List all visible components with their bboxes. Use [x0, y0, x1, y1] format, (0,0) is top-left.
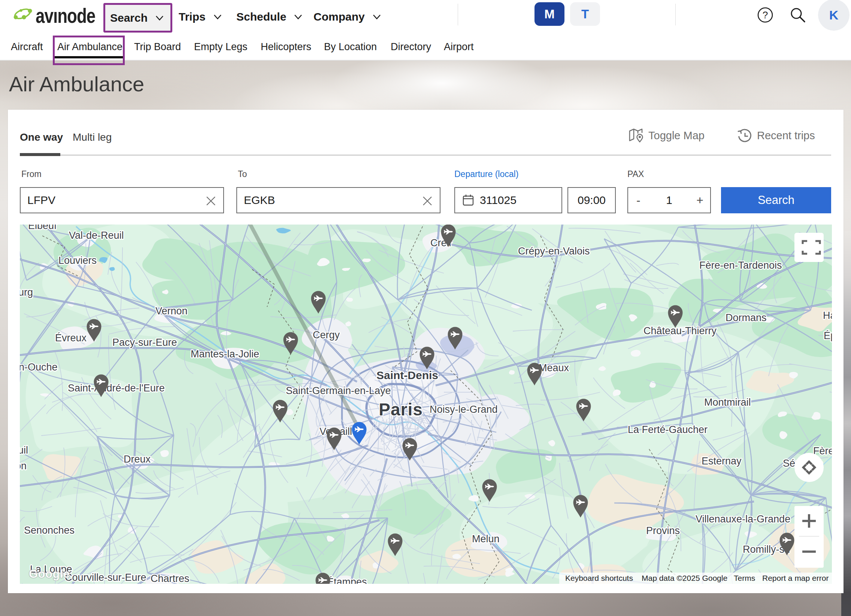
svg-text:?: ? — [762, 9, 768, 21]
svg-text:Étampes: Étampes — [327, 576, 367, 584]
svg-text:Saint-André-de-l'Eure: Saint-André-de-l'Eure — [68, 382, 165, 394]
svg-text:Melun: Melun — [472, 533, 500, 544]
svg-text:Report a map error: Report a map error — [762, 574, 828, 582]
svg-text:Évreux: Évreux — [55, 332, 87, 343]
svg-text:Terms: Terms — [734, 574, 755, 582]
svg-text:Hau: Hau — [823, 310, 832, 321]
svg-text:Pacy-sur-Eure: Pacy-sur-Eure — [112, 337, 177, 348]
svg-text:Chartres: Chartres — [150, 573, 189, 584]
svg-text:Senonches: Senonches — [24, 525, 75, 536]
svg-text:Provins: Provins — [646, 525, 680, 536]
svg-text:Esternay: Esternay — [702, 456, 742, 467]
svg-text:Dormans: Dormans — [726, 312, 767, 323]
svg-text:Louviers: Louviers — [59, 255, 97, 266]
svg-text:Montmirail: Montmirail — [704, 397, 751, 408]
svg-text:en-Ouche: en-Ouche — [20, 361, 58, 373]
svg-text:Meaux: Meaux — [538, 362, 569, 373]
svg-text:Ép: Ép — [824, 330, 832, 341]
svg-text:Mantes-la-Jolie: Mantes-la-Jolie — [191, 348, 259, 360]
svg-text:urg: urg — [20, 287, 33, 298]
svg-text:Dreux: Dreux — [123, 454, 151, 465]
svg-text:Noisy-le-Grand: Noisy-le-Grand — [430, 404, 498, 415]
svg-text:Courville-sur-Eure: Courville-sur-Eure — [65, 572, 146, 583]
svg-text:La Ferté-Gaucher: La Ferté-Gaucher — [628, 424, 708, 435]
svg-text:Vernon: Vernon — [155, 306, 188, 316]
svg-text:Elbeuf: Elbeuf — [28, 225, 57, 231]
svg-text:Paris: Paris — [379, 400, 423, 419]
svg-text:Map data ©2025 Google: Map data ©2025 Google — [642, 574, 728, 582]
svg-text:Crépy-en-Valois: Crépy-en-Valois — [518, 246, 590, 257]
svg-text:on: on — [20, 460, 27, 472]
svg-text:Keyboard shortcuts: Keyboard shortcuts — [565, 574, 633, 582]
svg-text:Saint-Denis: Saint-Denis — [376, 369, 438, 381]
svg-text:Château-Thierry: Château-Thierry — [644, 325, 717, 336]
svg-text:Google: Google — [29, 567, 70, 580]
svg-text:Fère-en-Tardenois: Fère-en-Tardenois — [699, 260, 782, 271]
svg-text:Cergy: Cergy — [313, 329, 340, 340]
svg-text:euil: euil — [20, 445, 28, 456]
svg-text:Val-de-Reuil: Val-de-Reuil — [69, 230, 124, 241]
svg-text:Saint-Germain-en-Laye: Saint-Germain-en-Laye — [286, 385, 391, 396]
svg-text:Villenauxe-la-Grande: Villenauxe-la-Grande — [696, 513, 790, 525]
